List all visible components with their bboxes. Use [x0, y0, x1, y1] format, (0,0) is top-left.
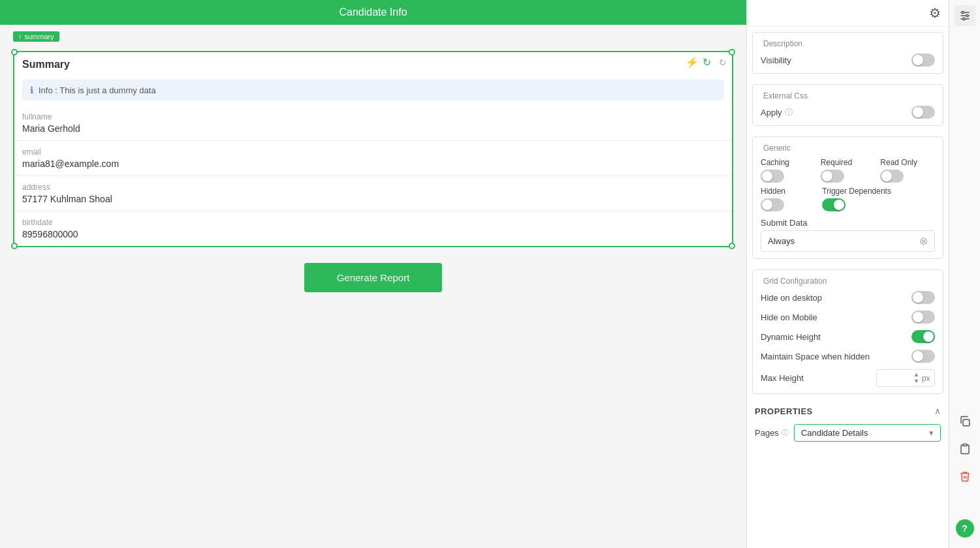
max-height-label: Max Height — [761, 373, 872, 383]
info-text: Info : This is just a dummy data — [39, 85, 156, 95]
pages-label: Pages ⓘ — [755, 428, 789, 438]
field-label: fullname — [22, 112, 724, 121]
maintain-space-toggle[interactable] — [911, 350, 935, 363]
properties-collapse-icon[interactable]: ∧ — [934, 406, 941, 416]
copy-icon — [959, 416, 971, 427]
hide-mobile-row: Hide on Mobile — [761, 311, 935, 324]
visibility-row: Visibility — [761, 53, 935, 67]
submit-data-label: Submit Data — [761, 218, 935, 228]
hide-mobile-toggle[interactable] — [911, 311, 935, 324]
lightning-icon[interactable]: ⚡ — [686, 56, 699, 68]
caching-col: Caching — [761, 158, 815, 183]
generic-title: Generic — [761, 144, 935, 153]
apply-info-icon: ⓘ — [785, 107, 793, 118]
component-actions: ⚡ ↻ ↻ — [686, 56, 727, 68]
pages-value: Candidate Details — [801, 428, 868, 438]
field-value: 89596800000 — [22, 229, 724, 239]
max-height-row: Max Height ▲ ▼ px — [761, 369, 935, 387]
field-label: birthdate — [22, 218, 724, 227]
clear-submit-data-icon[interactable]: ⊗ — [919, 235, 928, 247]
refresh-icon-2[interactable]: ↻ — [719, 57, 727, 68]
info-icon: ℹ — [30, 85, 33, 95]
settings-filter-icon[interactable]: ⚙ — [929, 5, 941, 21]
sidebar-top-bar: ⚙ — [747, 0, 949, 27]
read-only-col: Read Only — [880, 158, 935, 183]
required-label: Required — [821, 158, 876, 167]
maintain-space-label: Maintain Space when hidden — [761, 352, 870, 361]
px-label: px — [922, 374, 930, 383]
caching-toggle[interactable] — [761, 170, 784, 183]
help-label: ? — [962, 523, 968, 534]
stepper-up[interactable]: ▲ — [913, 372, 919, 378]
read-only-toggle[interactable] — [880, 170, 904, 183]
maintain-space-row: Maintain Space when hidden — [761, 350, 935, 363]
settings-icon-button[interactable] — [955, 5, 975, 26]
grid-config-section: Grid Configuration Hide on desktop Hide … — [752, 269, 943, 394]
generic-row2-labels: Hidden Trigger Dependents — [761, 187, 935, 211]
summary-component: ⚡ ↻ ↻ Summary ℹ Info : This is just a du… — [13, 51, 733, 247]
right-panel: ⚙ Description Visibility External Css Ap… — [746, 0, 980, 548]
submit-data-select[interactable]: Always ⊗ — [761, 230, 935, 252]
field-label: address — [22, 183, 724, 192]
field-label: email — [22, 147, 724, 157]
trigger-col: Trigger Dependents — [822, 187, 935, 211]
generic-section: Generic Caching Required — [752, 136, 943, 259]
info-banner: ℹ Info : This is just a dummy data — [22, 80, 724, 100]
delete-icon — [959, 470, 971, 482]
visibility-label: Visibility — [761, 55, 791, 65]
right-toolbar: ? — [949, 0, 980, 548]
copy-icon-button[interactable] — [955, 411, 975, 432]
hidden-label: Hidden — [761, 187, 817, 196]
resize-handle-br[interactable] — [729, 243, 735, 249]
hide-desktop-toggle[interactable] — [911, 291, 935, 304]
svg-point-3 — [962, 11, 964, 13]
max-height-input-wrap: ▲ ▼ px — [876, 369, 935, 387]
dynamic-height-toggle[interactable] — [911, 330, 935, 343]
field-value: maria81@example.com — [22, 159, 724, 169]
dynamic-height-row: Dynamic Height — [761, 330, 935, 343]
required-toggle[interactable] — [821, 170, 844, 183]
paste-icon-button[interactable] — [955, 438, 975, 459]
field-value: Maria Gerhold — [22, 123, 724, 134]
apply-row: Apply ⓘ — [761, 106, 935, 119]
field-group: address 57177 Kuhlman Shoal — [14, 176, 732, 211]
trigger-label: Trigger Dependents — [822, 187, 935, 196]
pages-dropdown-icon: ▾ — [929, 428, 934, 438]
fields-container: fullname Maria Gerhold email maria81@exa… — [14, 106, 732, 246]
visibility-toggle[interactable] — [911, 53, 935, 67]
svg-rect-6 — [963, 419, 970, 426]
resize-handle-tr[interactable] — [729, 49, 735, 55]
grid-config-title: Grid Configuration — [761, 277, 935, 286]
max-height-input[interactable] — [881, 373, 913, 383]
description-section-title: Description — [761, 39, 935, 48]
sort-arrow: ↑ — [18, 33, 22, 40]
submit-data-value: Always — [768, 236, 919, 246]
delete-icon-button[interactable] — [955, 466, 975, 487]
external-css-section: External Css Apply ⓘ — [752, 84, 943, 126]
properties-header: PROPERTIES ∧ — [747, 399, 949, 420]
generate-report-button[interactable]: Generate Report — [304, 263, 443, 292]
stepper-down[interactable]: ▼ — [913, 378, 919, 384]
pages-select[interactable]: Candidate Details ▾ — [794, 424, 941, 442]
apply-toggle[interactable] — [911, 106, 935, 119]
refresh-icon[interactable]: ↻ — [703, 56, 711, 68]
resize-handle-bl[interactable] — [11, 243, 18, 249]
properties-sidebar: ⚙ Description Visibility External Css Ap… — [746, 0, 949, 548]
hidden-toggle[interactable] — [761, 198, 784, 211]
field-group: birthdate 89596800000 — [14, 211, 732, 246]
generic-row1-labels: Caching Required R — [761, 158, 935, 183]
hide-mobile-label: Hide on Mobile — [761, 312, 817, 322]
read-only-label: Read Only — [880, 158, 935, 167]
sort-tag[interactable]: ↑ summary — [13, 31, 59, 42]
settings-icon — [958, 9, 972, 22]
pages-row: Pages ⓘ Candidate Details ▾ — [747, 420, 949, 448]
hide-desktop-row: Hide on desktop — [761, 291, 935, 304]
help-icon-button[interactable]: ? — [956, 519, 974, 538]
svg-point-5 — [962, 18, 964, 20]
max-height-stepper[interactable]: ▲ ▼ — [913, 372, 919, 384]
component-title: Summary — [14, 52, 732, 74]
trigger-toggle[interactable] — [822, 198, 846, 211]
resize-handle-tl[interactable] — [11, 49, 18, 55]
page-title: Candidate Info — [339, 7, 407, 18]
canvas-header: Candidate Info — [0, 0, 746, 25]
